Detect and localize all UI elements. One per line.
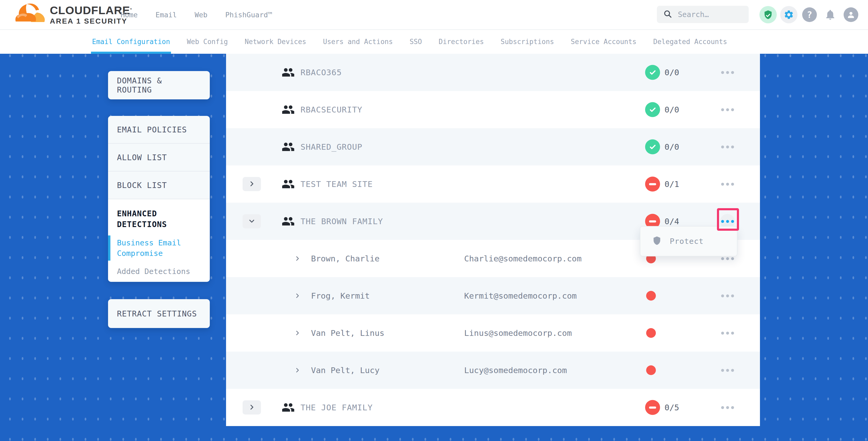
shield-check-icon[interactable] bbox=[760, 6, 777, 23]
table-row-group: RBACO365 0/0 bbox=[226, 54, 760, 91]
sidebar-item-label: RETRACT SETTINGS bbox=[117, 309, 197, 318]
status-unprotected-icon bbox=[645, 400, 660, 415]
row-menu-button[interactable] bbox=[720, 400, 735, 415]
member-email: Lucy@somedemocorp.com bbox=[464, 366, 567, 375]
menu-item-protect[interactable]: Protect bbox=[670, 237, 704, 246]
member-name[interactable]: Brown, Charlie bbox=[311, 254, 379, 263]
row-menu-button[interactable] bbox=[720, 326, 735, 340]
group-icon bbox=[282, 142, 294, 152]
status-protected-icon bbox=[645, 65, 660, 80]
group-name[interactable]: RBACO365 bbox=[301, 68, 342, 77]
brand-subtitle: AREA 1 SECURITY bbox=[50, 16, 132, 26]
status-unprotected-icon bbox=[645, 177, 660, 192]
sidebar-section-enhanced-detections: ENHANCED DETECTIONS Business Email Compr… bbox=[108, 199, 210, 281]
group-name[interactable]: SHARED_GROUP bbox=[301, 142, 363, 152]
table-row-member: Frog, Kermit Kermit@somedemocorp.com bbox=[226, 277, 760, 314]
chevron-right-icon bbox=[248, 404, 255, 411]
cloudflare-cloud-icon bbox=[15, 2, 45, 25]
nav-item-home[interactable]: Home bbox=[121, 11, 138, 19]
sidebar-item-allow-list[interactable]: ALLOW LIST bbox=[108, 144, 210, 171]
tab-users-and-actions[interactable]: Users and Actions bbox=[323, 29, 393, 54]
nav-item-web[interactable]: Web bbox=[194, 11, 208, 19]
member-name[interactable]: Frog, Kermit bbox=[311, 291, 370, 301]
group-name[interactable]: TEST TEAM SITE bbox=[301, 179, 373, 189]
row-menu-button[interactable] bbox=[720, 139, 735, 154]
status-protected-icon bbox=[645, 139, 660, 154]
member-name[interactable]: Van Pelt, Linus bbox=[311, 328, 384, 338]
chevron-right-icon[interactable] bbox=[294, 255, 301, 262]
nav-item-phishguard[interactable]: PhishGuard™ bbox=[225, 11, 272, 19]
expand-button[interactable] bbox=[243, 177, 261, 191]
shield-icon bbox=[652, 235, 662, 247]
sidebar-item-retract-settings[interactable]: RETRACT SETTINGS bbox=[108, 299, 210, 328]
table-row-group: TEST TEAM SITE 0/1 bbox=[226, 165, 760, 203]
table-row-group: THE JOE FAMILY 0/5 bbox=[226, 389, 760, 426]
search-input[interactable] bbox=[677, 10, 742, 19]
status-unprotected-dot bbox=[646, 366, 656, 375]
brand-name: CLOUDFLARE’ bbox=[50, 4, 132, 16]
group-icon bbox=[282, 216, 294, 226]
chevron-right-icon[interactable] bbox=[294, 330, 301, 336]
row-menu-button[interactable] bbox=[720, 65, 735, 80]
row-menu-button[interactable] bbox=[720, 102, 735, 117]
row-menu-button[interactable] bbox=[720, 288, 735, 303]
sidebar-item-domains-routing[interactable]: DOMAINS & ROUTING bbox=[108, 71, 210, 99]
account-icon[interactable] bbox=[842, 6, 860, 23]
group-name[interactable]: THE JOE FAMILY bbox=[301, 403, 373, 412]
member-email: Kermit@somedemocorp.com bbox=[464, 291, 577, 301]
chevron-right-icon bbox=[248, 180, 255, 188]
section-tabs: Email Configuration Web Config Network D… bbox=[0, 29, 868, 54]
tab-sso[interactable]: SSO bbox=[410, 29, 422, 54]
table-row-member: Van Pelt, Linus Linus@somedemocorp.com bbox=[226, 314, 760, 352]
protected-count: 0/5 bbox=[664, 403, 679, 412]
expand-button[interactable] bbox=[243, 400, 261, 414]
cloudflare-logo[interactable]: CLOUDFLARE’ AREA 1 SECURITY bbox=[15, 2, 132, 26]
tab-web-config[interactable]: Web Config bbox=[187, 29, 228, 54]
chevron-right-icon[interactable] bbox=[294, 293, 301, 299]
row-menu-button[interactable] bbox=[720, 363, 735, 378]
tab-email-configuration[interactable]: Email Configuration bbox=[92, 29, 170, 54]
tab-directories[interactable]: Directories bbox=[439, 29, 484, 54]
header-icons bbox=[760, 6, 860, 23]
group-icon bbox=[282, 105, 294, 115]
tab-delegated-accounts[interactable]: Delegated Accounts bbox=[653, 29, 727, 54]
top-header: CLOUDFLARE’ AREA 1 SECURITY Home Email W… bbox=[0, 0, 868, 30]
help-icon[interactable] bbox=[801, 6, 818, 23]
member-name[interactable]: Van Pelt, Lucy bbox=[311, 366, 379, 375]
protected-count: 0/0 bbox=[664, 142, 679, 152]
sidebar-item-email-policies[interactable]: EMAIL POLICIES bbox=[108, 116, 210, 144]
row-menu-button[interactable] bbox=[720, 177, 735, 191]
highlight-box bbox=[717, 208, 739, 231]
search-box[interactable] bbox=[657, 6, 749, 23]
member-email: Linus@somedemocorp.com bbox=[464, 328, 572, 338]
group-name[interactable]: THE BROWN FAMILY bbox=[301, 217, 383, 226]
sidebar-item-added-detections[interactable]: Added Detections bbox=[117, 267, 201, 276]
status-protected-icon bbox=[645, 102, 660, 117]
member-email: Charlie@somedemocorp.com bbox=[464, 254, 582, 263]
chevron-down-icon bbox=[248, 218, 255, 225]
collapse-button[interactable] bbox=[243, 214, 261, 228]
sidebar-item-business-email-compromise[interactable]: Business Email Compromise bbox=[117, 238, 183, 258]
table-row-group: SHARED_GROUP 0/0 bbox=[226, 128, 760, 165]
protected-count: 0/4 bbox=[664, 217, 679, 226]
table-row-member: Van Pelt, Lucy Lucy@somedemocorp.com bbox=[226, 352, 760, 389]
protected-count: 0/0 bbox=[664, 68, 679, 77]
protected-count: 0/1 bbox=[664, 179, 679, 189]
protected-count: 0/0 bbox=[664, 105, 679, 114]
tab-service-accounts[interactable]: Service Accounts bbox=[571, 29, 637, 54]
group-name[interactable]: RBACSECURITY bbox=[301, 105, 363, 114]
status-unprotected-dot bbox=[646, 328, 656, 338]
sidebar-item-label: DOMAINS & ROUTING bbox=[117, 76, 201, 94]
search-icon bbox=[663, 9, 672, 20]
group-icon bbox=[282, 179, 294, 189]
group-icon bbox=[282, 67, 294, 77]
sidebar-item-block-list[interactable]: BLOCK LIST bbox=[108, 171, 210, 199]
chevron-right-icon[interactable] bbox=[294, 367, 301, 373]
tab-subscriptions[interactable]: Subscriptions bbox=[501, 29, 554, 54]
gear-icon[interactable] bbox=[780, 6, 798, 23]
primary-nav: Home Email Web PhishGuard™ bbox=[121, 0, 272, 29]
tab-network-devices[interactable]: Network Devices bbox=[245, 29, 306, 54]
nav-item-email[interactable]: Email bbox=[156, 11, 177, 19]
bell-icon[interactable] bbox=[822, 6, 839, 23]
sidebar-item-enhanced-detections[interactable]: ENHANCED DETECTIONS bbox=[117, 208, 185, 230]
